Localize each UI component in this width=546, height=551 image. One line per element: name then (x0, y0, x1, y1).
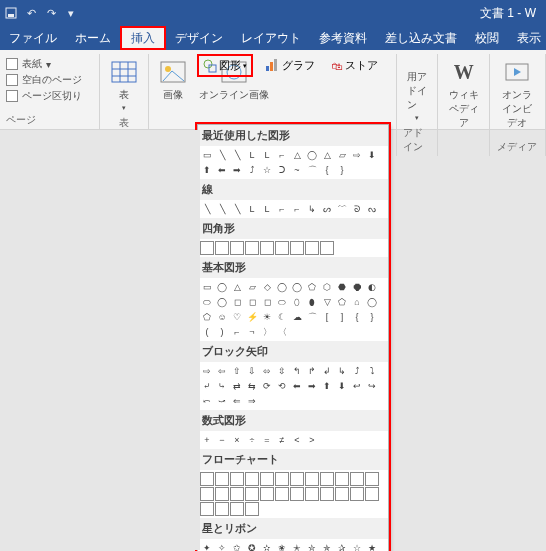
shape-item[interactable]: ⇦ (215, 364, 229, 378)
shape-item[interactable]: ➡ (230, 163, 244, 177)
shape-item[interactable] (260, 472, 274, 486)
shape-item[interactable]: ⤴ (350, 364, 364, 378)
shape-item[interactable]: ÷ (245, 433, 259, 447)
shape-item[interactable]: ≠ (275, 433, 289, 447)
shape-item[interactable]: ✯ (320, 541, 334, 551)
shape-item[interactable]: ◻ (245, 295, 259, 309)
shape-item[interactable] (305, 472, 319, 486)
shape-item[interactable]: ✪ (245, 541, 259, 551)
pictures-button[interactable]: 画像 (155, 56, 191, 104)
shape-item[interactable] (305, 487, 319, 501)
shape-item[interactable]: = (260, 433, 274, 447)
tab-view[interactable]: 表示 (508, 26, 546, 50)
shape-item[interactable]: ▱ (245, 280, 259, 294)
shape-item[interactable] (260, 487, 274, 501)
shape-item[interactable]: ⬆ (200, 163, 214, 177)
shape-item[interactable] (365, 487, 379, 501)
shape-item[interactable]: ⇆ (245, 379, 259, 393)
qat-dropdown-icon[interactable]: ▾ (64, 6, 78, 20)
shape-item[interactable]: ⌐ (275, 202, 289, 216)
shape-item[interactable]: ☆ (260, 163, 274, 177)
shape-item[interactable]: ↪ (365, 379, 379, 393)
tab-insert[interactable]: 挿入 (120, 26, 166, 50)
shape-item[interactable]: ᔕ (320, 202, 334, 216)
shape-item[interactable]: ⬣ (335, 280, 349, 294)
shape-item[interactable]: ➡ (305, 379, 319, 393)
shape-item[interactable]: ⬠ (335, 295, 349, 309)
shape-item[interactable]: ⬭ (275, 295, 289, 309)
shapes-button[interactable]: 図形 ▾ (197, 54, 253, 77)
shape-item[interactable]: ⇨ (200, 364, 214, 378)
shape-item[interactable] (215, 487, 229, 501)
shape-item[interactable]: ⌐ (290, 202, 304, 216)
store-button[interactable]: 🛍 ストア (327, 54, 382, 77)
shape-item[interactable] (320, 487, 334, 501)
shape-item[interactable]: ⇩ (245, 364, 259, 378)
addins-button[interactable]: 用アドイン ▾ (403, 56, 431, 124)
shape-item[interactable]: △ (320, 148, 334, 162)
tab-design[interactable]: デザイン (166, 26, 232, 50)
shape-item[interactable]: ⤷ (215, 379, 229, 393)
shape-item[interactable]: ◯ (275, 280, 289, 294)
shape-item[interactable]: ⯃ (350, 280, 364, 294)
shape-item[interactable]: ⚡ (245, 310, 259, 324)
shape-item[interactable]: ✬ (275, 541, 289, 551)
tab-file[interactable]: ファイル (0, 26, 66, 50)
tab-home[interactable]: ホーム (66, 26, 120, 50)
shape-item[interactable] (290, 472, 304, 486)
shape-item[interactable]: ⬇ (365, 148, 379, 162)
shape-item[interactable]: ✫ (260, 541, 274, 551)
shape-item[interactable]: ╲ (215, 202, 229, 216)
shape-item[interactable]: ⇐ (230, 394, 244, 408)
shape-item[interactable]: ⤶ (200, 379, 214, 393)
shape-item[interactable]: ▭ (200, 280, 214, 294)
shape-item[interactable]: 〈 (275, 325, 289, 339)
shape-item[interactable]: × (230, 433, 244, 447)
shape-item[interactable]: ⇄ (230, 379, 244, 393)
shape-item[interactable]: [ (320, 310, 334, 324)
shape-item[interactable]: ▱ (335, 148, 349, 162)
chart-button[interactable]: グラフ (261, 54, 319, 77)
shape-item[interactable]: ♡ (230, 310, 244, 324)
shape-item[interactable] (320, 241, 334, 255)
shape-item[interactable]: ☁ (290, 310, 304, 324)
shape-item[interactable]: { (320, 163, 334, 177)
shape-item[interactable]: ⇳ (275, 364, 289, 378)
shape-item[interactable] (275, 472, 289, 486)
shape-item[interactable]: ⟲ (275, 379, 289, 393)
shape-item[interactable]: ~ (290, 163, 304, 177)
shape-item[interactable]: ◯ (215, 295, 229, 309)
shape-item[interactable] (350, 472, 364, 486)
shape-item[interactable]: ⇧ (230, 364, 244, 378)
shape-item[interactable]: L (260, 202, 274, 216)
shape-item[interactable] (230, 487, 244, 501)
shape-item[interactable] (275, 241, 289, 255)
shape-item[interactable] (335, 487, 349, 501)
shape-item[interactable]: < (290, 433, 304, 447)
shape-item[interactable]: ✭ (290, 541, 304, 551)
shape-item[interactable]: ◇ (260, 280, 274, 294)
shape-item[interactable]: ⤻ (215, 394, 229, 408)
shape-item[interactable] (200, 487, 214, 501)
shape-item[interactable]: + (200, 433, 214, 447)
shape-item[interactable]: Ɔ (275, 163, 289, 177)
tab-mailings[interactable]: 差し込み文書 (376, 26, 466, 50)
shape-item[interactable] (200, 502, 214, 516)
shape-item[interactable]: ╲ (200, 202, 214, 216)
shape-item[interactable]: ↲ (320, 364, 334, 378)
page-break-button[interactable]: ページ区切り (6, 88, 82, 104)
shape-item[interactable]: ⤴ (245, 163, 259, 177)
shape-item[interactable]: ▭ (200, 148, 214, 162)
shape-item[interactable]: ⤵ (365, 364, 379, 378)
shape-item[interactable]: ⬄ (260, 364, 274, 378)
wikipedia-button[interactable]: W ウィキペディア (444, 56, 482, 132)
shape-item[interactable]: ⬆ (320, 379, 334, 393)
shape-item[interactable]: ✮ (305, 541, 319, 551)
shape-item[interactable]: { (350, 310, 364, 324)
shape-item[interactable]: ﹋ (335, 202, 349, 216)
shape-item[interactable]: ⇨ (350, 148, 364, 162)
shape-item[interactable]: ↱ (305, 364, 319, 378)
shape-item[interactable]: ⌂ (350, 295, 364, 309)
blank-page-button[interactable]: 空白のページ (6, 72, 82, 88)
shape-item[interactable]: ✰ (335, 541, 349, 551)
